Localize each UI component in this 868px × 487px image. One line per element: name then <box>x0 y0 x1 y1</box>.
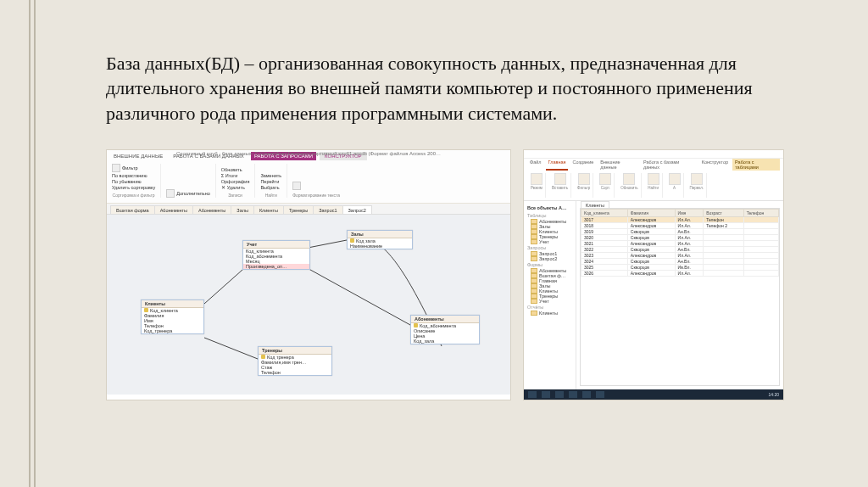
cell[interactable]: Александров <box>627 270 675 276</box>
designer-tab[interactable]: Вшитая форма <box>110 205 155 214</box>
delete[interactable]: ✕ Удалить <box>221 185 250 190</box>
cell[interactable] <box>704 234 744 240</box>
mini-ribbon-button[interactable]: А <box>666 173 684 198</box>
cell[interactable]: Ан.Вл. <box>675 228 704 234</box>
cell[interactable] <box>704 240 744 246</box>
designer-tab[interactable]: Абонементы <box>154 205 193 214</box>
column-header[interactable]: Возраст <box>704 209 744 216</box>
column-header[interactable]: Фамилия <box>627 209 675 216</box>
table-row[interactable]: 3018АлександровИл.Ал.Телефон 2 <box>581 222 779 228</box>
table-row[interactable]: 3017АлександровИл.Ал.Телефон <box>581 216 779 222</box>
windows-taskbar[interactable]: 14:20 <box>524 389 783 400</box>
mini-ribbon-button[interactable]: Сорт. <box>597 173 615 198</box>
mini-ribbon-tab[interactable]: Внешние данные <box>598 159 639 171</box>
mini-ribbon-tab[interactable]: Файл <box>527 159 544 171</box>
cell[interactable]: 3017 <box>581 216 628 222</box>
mini-ribbon-button[interactable]: Найти <box>645 173 663 198</box>
designer-tab[interactable]: Залы <box>231 205 254 214</box>
taskbar-item[interactable] <box>542 391 550 398</box>
extra-button[interactable]: Дополнительно <box>166 189 210 198</box>
cell[interactable]: Ил.Ал. <box>675 240 704 246</box>
cell[interactable]: Александров <box>627 222 675 228</box>
open-object-tab[interactable]: Клиенты <box>576 201 783 208</box>
table-row[interactable]: 3025СкворцовИв.Вл. <box>581 264 779 270</box>
nav-group-label[interactable]: Запросы <box>527 244 572 251</box>
cell[interactable] <box>704 228 744 234</box>
taskbar-item[interactable] <box>569 391 577 398</box>
cell[interactable]: Ил.Ал. <box>675 234 704 240</box>
mini-context-tab[interactable]: Работа с таблицами <box>732 159 780 171</box>
cell[interactable] <box>743 234 778 240</box>
column-header[interactable]: Телефон <box>743 209 778 216</box>
column-header[interactable]: Код_клиента <box>581 209 628 216</box>
designer-tab[interactable]: Тренеры <box>283 205 314 214</box>
sort-asc[interactable]: По возрастанию <box>112 173 155 178</box>
cell[interactable] <box>704 252 744 258</box>
table-row[interactable]: 3022СкворцовАн.Вл. <box>581 246 779 252</box>
replace[interactable]: Заменить <box>260 173 281 178</box>
sort-desc[interactable]: По убыванию <box>112 179 155 184</box>
table-trenery[interactable]: Тренеры Код тренера Фамилия,имя трен… Ст… <box>258 346 332 376</box>
mini-ribbon-button[interactable]: Фильтр <box>575 173 593 198</box>
cell[interactable]: Александров <box>627 216 675 222</box>
cell[interactable]: Ан.Вл. <box>675 246 704 252</box>
table-row[interactable]: 3019СкворцовАн.Вл. <box>581 228 779 234</box>
cell[interactable]: Ил.Ал. <box>675 222 704 228</box>
table-row[interactable]: 3026АлександровИл.Ал. <box>581 270 779 276</box>
mini-ribbon-tab[interactable]: Конструктор <box>699 159 731 171</box>
cell[interactable]: Телефон 2 <box>704 222 744 228</box>
cell[interactable]: 3019 <box>581 228 628 234</box>
cell[interactable]: Телефон <box>704 216 744 222</box>
taskbar-item[interactable] <box>528 391 537 398</box>
table-row[interactable]: 3020СкворцовИл.Ал. <box>581 234 779 240</box>
designer-tab[interactable]: Клиенты <box>253 205 284 214</box>
cell[interactable]: Александров <box>627 252 675 258</box>
column-header[interactable]: Имя <box>675 209 704 216</box>
cell[interactable]: Скворцов <box>627 246 675 252</box>
mini-ribbon-tab[interactable]: Создание <box>570 159 596 171</box>
cell[interactable]: 3020 <box>581 234 628 240</box>
cell[interactable] <box>743 216 778 222</box>
cell[interactable]: Ил.Ал. <box>675 216 704 222</box>
data-grid[interactable]: Код_клиентаФамилияИмяВозрастТелефон 3017… <box>581 209 779 277</box>
filter-button[interactable]: Фильтр <box>112 164 155 172</box>
datasheet[interactable]: Код_клиентаФамилияИмяВозрастТелефон 3017… <box>580 208 780 386</box>
cell[interactable] <box>743 240 778 246</box>
mini-ribbon-button[interactable]: Режим <box>528 173 546 198</box>
table-row[interactable]: 3023АлександровИл.Ал. <box>581 252 779 258</box>
cell[interactable]: Ив.Вл. <box>675 264 704 270</box>
table-row[interactable]: 3021АлександровИл.Ал. <box>581 240 779 246</box>
cell[interactable]: Скворцов <box>627 228 675 234</box>
cell[interactable]: Александров <box>627 240 675 246</box>
cell[interactable]: Скворцов <box>627 234 675 240</box>
table-zaly[interactable]: Залы Код зала Наименование <box>347 230 413 249</box>
cell[interactable] <box>743 228 778 234</box>
table-klienty[interactable]: Клиенты Код_клиента Фамилия Имя Телефон … <box>141 299 204 334</box>
designer-tab[interactable]: Запрос1 <box>313 205 342 214</box>
cell[interactable]: Скворцов <box>627 258 675 264</box>
totals[interactable]: Σ Итоги <box>221 173 250 178</box>
cell[interactable] <box>743 246 778 252</box>
ribbon-context-tab[interactable]: КОНСТРУКТОР <box>320 152 366 160</box>
cell[interactable]: 3022 <box>581 246 628 252</box>
table-abonementy[interactable]: Абонементы Код_абонемента Описание Цена … <box>410 315 480 344</box>
table-row[interactable]: 3024СкворцовАн.Вл. <box>581 258 779 264</box>
sort-clear[interactable]: Удалить сортировку <box>112 185 155 190</box>
cell[interactable]: 3024 <box>581 258 628 264</box>
ribbon-tab[interactable]: РАБОТА С БАЗАМИ ДАННЫХ <box>170 152 248 160</box>
cell[interactable] <box>704 246 744 252</box>
mini-ribbon-button[interactable]: Перекл. <box>687 173 708 198</box>
nav-object[interactable]: Клиенты <box>527 311 572 316</box>
cell[interactable]: 3026 <box>581 270 628 276</box>
mini-ribbon-button[interactable]: Вставить <box>549 173 571 198</box>
table-uchet[interactable]: Учет Код_клиента Код_абонемента Месяц Пр… <box>242 240 310 270</box>
cell[interactable] <box>704 264 744 270</box>
cell[interactable] <box>743 270 778 276</box>
designer-tab[interactable]: Абонементы <box>192 205 231 214</box>
cell[interactable] <box>704 270 744 276</box>
cell[interactable] <box>743 264 778 270</box>
cell[interactable]: 3021 <box>581 240 628 246</box>
taskbar-item[interactable] <box>582 391 591 398</box>
cell[interactable]: Скворцов <box>627 264 675 270</box>
designer-tab[interactable]: Запрос2 <box>342 205 372 214</box>
